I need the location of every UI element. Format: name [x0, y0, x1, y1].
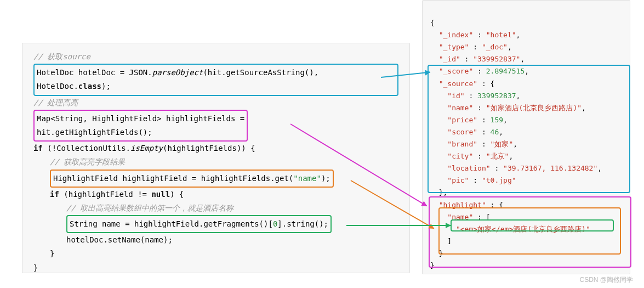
json-line: "_type" : "_doc",: [430, 43, 512, 51]
left-code-panel: // 获取source HotelDoc hotelDoc = JSON.par…: [22, 43, 410, 273]
code-line: }: [33, 247, 398, 261]
blue-box-left: HotelDoc hotelDoc = JSON.parseObject(hit…: [33, 64, 398, 95]
code-line: String name = highlightField.getFragment…: [33, 215, 398, 233]
code-line: HotelDoc hotelDoc = JSON.parseObject(hit…: [37, 68, 318, 77]
json-line: "_index" : "hotel",: [430, 31, 520, 39]
code-line: if (!CollectionUtils.isEmpty(highlightFi…: [33, 144, 255, 153]
arrow-green: [346, 225, 451, 226]
code-line: }: [33, 263, 38, 272]
comment-first-fragment: // 取出高亮结果数组中的第一个，就是酒店名称: [33, 201, 398, 215]
comment-highlight: // 处理高亮: [33, 98, 78, 107]
json-line: "_id" : "339952837",: [430, 55, 525, 63]
code-line: HighlightField highlightField = highligh…: [33, 170, 398, 188]
orange-box-left: HighlightField highlightField = highligh…: [50, 170, 334, 188]
magenta-box-left: Map<String, HighlightField> highlightFie…: [33, 110, 248, 142]
json-line: {: [430, 19, 435, 27]
code-line: hit.getHighlightFields();: [37, 128, 152, 137]
comment-get-field: // 获取高亮字段结果: [33, 155, 398, 169]
blue-box-right: [428, 65, 630, 193]
code-line: Map<String, HighlightField> highlightFie…: [37, 114, 244, 123]
green-box-left: String name = highlightField.getFragment…: [66, 215, 332, 233]
green-box-right: [451, 219, 614, 231]
code-line: hotelDoc.setName(name);: [33, 233, 398, 247]
watermark: CSDN @陶然同学: [579, 275, 633, 285]
code-line: if (highlightField != null) {: [33, 188, 398, 201]
comment-get-source: // 获取source: [33, 52, 90, 61]
code-line: HotelDoc.class);: [37, 82, 111, 91]
